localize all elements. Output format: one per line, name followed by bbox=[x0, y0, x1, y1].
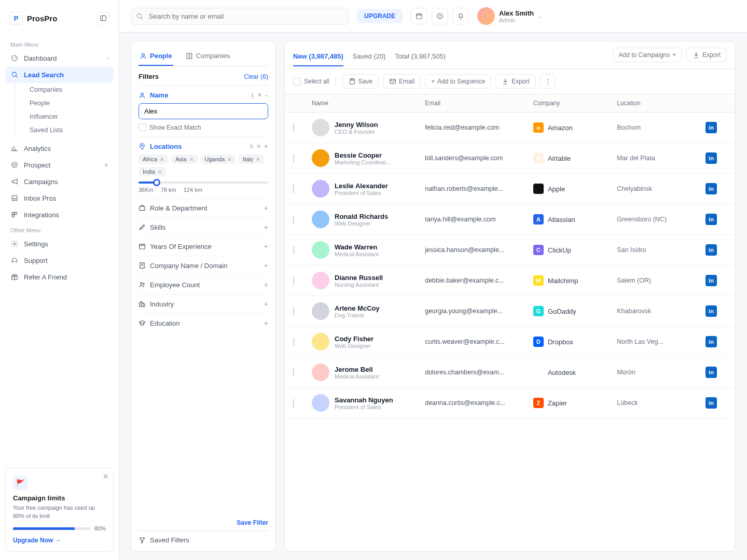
close-icon[interactable]: ✕ bbox=[103, 472, 109, 481]
tab-new[interactable]: New (3,987,485) bbox=[293, 50, 343, 66]
toolbar-more-button[interactable]: ⋮ bbox=[540, 74, 556, 89]
sidebar-item-prospect[interactable]: Prospect + bbox=[5, 157, 114, 173]
exact-match-checkbox[interactable]: Show Exact Match bbox=[139, 123, 268, 131]
filter-row-skills[interactable]: Skills+ bbox=[139, 217, 268, 236]
save-filter-button[interactable]: Save Filter bbox=[139, 514, 268, 526]
filter-row-industry[interactable]: Industry+ bbox=[139, 294, 268, 313]
chip-remove-icon[interactable]: ✕ bbox=[158, 169, 162, 175]
tab-people[interactable]: People bbox=[139, 49, 173, 66]
table-row[interactable]: Ronald Richards Web Designer tanya.hill@… bbox=[285, 204, 735, 235]
linkedin-icon[interactable]: in bbox=[706, 367, 717, 378]
help-icon[interactable] bbox=[432, 8, 448, 24]
col-company[interactable]: Company bbox=[533, 100, 617, 107]
row-checkbox[interactable] bbox=[293, 246, 294, 255]
sidebar-item-dashboard[interactable]: Dashboard › bbox=[5, 50, 114, 66]
row-checkbox[interactable] bbox=[293, 307, 294, 316]
linkedin-icon[interactable]: in bbox=[706, 275, 717, 286]
results-panel: New (3,987,485) Saved (20) Total (3,987,… bbox=[284, 41, 736, 552]
location-chip[interactable]: India✕ bbox=[139, 167, 166, 176]
upgrade-now-link[interactable]: Upgrade Now→ bbox=[13, 537, 106, 544]
chip-remove-icon[interactable]: ✕ bbox=[227, 157, 231, 162]
filter-locations-head[interactable]: Locations 5✕+ bbox=[139, 142, 268, 150]
table-row[interactable]: Arlene McCoy Dog Trainer georgia.young@e… bbox=[285, 296, 735, 327]
sidebar-sub-people[interactable]: People bbox=[25, 96, 114, 110]
sidebar-sub-influencer[interactable]: Influencer bbox=[25, 110, 114, 123]
linkedin-icon[interactable]: in bbox=[706, 305, 717, 317]
row-checkbox[interactable] bbox=[293, 399, 294, 408]
linkedin-icon[interactable]: in bbox=[706, 152, 717, 164]
linkedin-icon[interactable]: in bbox=[706, 244, 717, 256]
table-row[interactable]: Jerome Bell Medical Assistant dolores.ch… bbox=[285, 357, 735, 388]
sidebar-item-refer[interactable]: Refer A Friend bbox=[5, 269, 114, 285]
linkedin-icon[interactable]: in bbox=[706, 183, 717, 194]
location-chip[interactable]: Africa✕ bbox=[139, 155, 168, 164]
calendar-icon[interactable] bbox=[411, 8, 427, 24]
sidebar-item-integrations[interactable]: Integrations bbox=[5, 206, 114, 223]
row-checkbox[interactable] bbox=[293, 185, 294, 193]
linkedin-icon[interactable]: in bbox=[706, 397, 717, 409]
col-name[interactable]: Name bbox=[312, 100, 425, 107]
tab-saved[interactable]: Saved (20) bbox=[353, 50, 386, 66]
filter-row-yoe[interactable]: Years Of Experience+ bbox=[139, 236, 268, 256]
chip-remove-icon[interactable]: ✕ bbox=[189, 157, 193, 162]
linkedin-icon[interactable]: in bbox=[706, 336, 717, 347]
table-row[interactable]: Bessie Cooper Marketing Coordinat... bil… bbox=[285, 143, 735, 174]
filter-row-company[interactable]: Company Name / Domain+ bbox=[139, 256, 268, 275]
row-checkbox[interactable] bbox=[293, 368, 294, 377]
sidebar-item-inbox-pros[interactable]: Inbox Pros bbox=[5, 190, 114, 206]
saved-filters-button[interactable]: Saved Filters bbox=[139, 530, 268, 544]
table-row[interactable]: Dianne Russell Nursing Assistant debbie.… bbox=[285, 265, 735, 296]
add-to-campaigns-button[interactable]: Add to Campaigns+ bbox=[613, 48, 683, 62]
bell-icon[interactable] bbox=[452, 8, 469, 24]
select-all-checkbox[interactable]: Select all bbox=[293, 78, 329, 86]
location-chip[interactable]: Asia✕ bbox=[171, 155, 197, 164]
upgrade-button[interactable]: UPGRADE bbox=[357, 9, 403, 23]
row-checkbox[interactable] bbox=[293, 215, 294, 224]
linkedin-icon[interactable]: in bbox=[706, 122, 717, 133]
linkedin-icon[interactable]: in bbox=[706, 214, 717, 225]
tab-companies[interactable]: Companies bbox=[185, 49, 231, 66]
sidebar-item-support[interactable]: Support bbox=[5, 252, 114, 269]
filter-row-role[interactable]: Role & Department+ bbox=[139, 198, 268, 217]
row-checkbox[interactable] bbox=[293, 154, 294, 163]
col-location[interactable]: Location bbox=[617, 100, 696, 107]
filter-row-education[interactable]: Education+ bbox=[139, 313, 268, 332]
sidebar-sub-companies[interactable]: Companies bbox=[25, 83, 114, 96]
name-filter-input[interactable] bbox=[139, 103, 268, 119]
user-menu[interactable]: Alex Smith Admin ⌄ bbox=[477, 7, 542, 25]
sidebar-item-label: Settings bbox=[24, 240, 48, 248]
table-row[interactable]: Leslie Alexander President of Sales nath… bbox=[285, 174, 735, 204]
sidebar-collapse-button[interactable] bbox=[97, 12, 109, 24]
slider-handle[interactable] bbox=[153, 179, 160, 186]
toolbar-email-button[interactable]: Email bbox=[383, 74, 421, 89]
table-row[interactable]: Wade Warren Medical Assistant jessica.ha… bbox=[285, 235, 735, 265]
toolbar-export-button[interactable]: Export bbox=[495, 74, 536, 89]
sidebar-item-analytics[interactable]: Analytics bbox=[5, 140, 114, 157]
col-email[interactable]: Email bbox=[425, 100, 533, 107]
tab-total[interactable]: Total (3,987,505) bbox=[395, 50, 446, 66]
row-checkbox[interactable] bbox=[293, 338, 294, 346]
toolbar-save-button[interactable]: Save bbox=[342, 74, 379, 89]
sidebar-sub-saved-lists[interactable]: Saved Lists bbox=[25, 123, 114, 137]
chip-remove-icon[interactable]: ✕ bbox=[256, 157, 260, 162]
search-input[interactable] bbox=[131, 8, 349, 25]
toolbar-add-sequence-button[interactable]: +Add to Sequence bbox=[425, 74, 491, 89]
row-checkbox[interactable] bbox=[293, 123, 294, 132]
sidebar-item-settings[interactable]: Settings bbox=[5, 235, 114, 252]
table-row[interactable]: Cody Fisher Web Designer curtis.weaver@e… bbox=[285, 327, 735, 357]
location-chip[interactable]: Uganda✕ bbox=[201, 155, 236, 164]
row-checkbox[interactable] bbox=[293, 276, 294, 285]
export-button[interactable]: Export bbox=[686, 48, 727, 62]
distance-slider[interactable]: 36Km 78 km 124 km bbox=[139, 181, 268, 193]
slider-track bbox=[139, 181, 268, 184]
filter-name-head[interactable]: Name 1✕− bbox=[139, 91, 268, 99]
sidebar-item-lead-search[interactable]: Lead Search bbox=[5, 66, 114, 83]
chip-remove-icon[interactable]: ✕ bbox=[160, 157, 164, 162]
sidebar-item-campaigns[interactable]: Campaigns bbox=[5, 173, 114, 190]
table-row[interactable]: Savannah Nguyen President of Sales deann… bbox=[285, 388, 735, 418]
location-chip[interactable]: Italy✕ bbox=[239, 155, 264, 164]
table-row[interactable]: Jenny Wilson CEO & Founder felicia.reid@… bbox=[285, 113, 735, 143]
plus-icon[interactable]: + bbox=[104, 161, 108, 169]
clear-filters[interactable]: Clear (6) bbox=[244, 73, 268, 80]
filter-row-emp[interactable]: Employee Count+ bbox=[139, 275, 268, 294]
